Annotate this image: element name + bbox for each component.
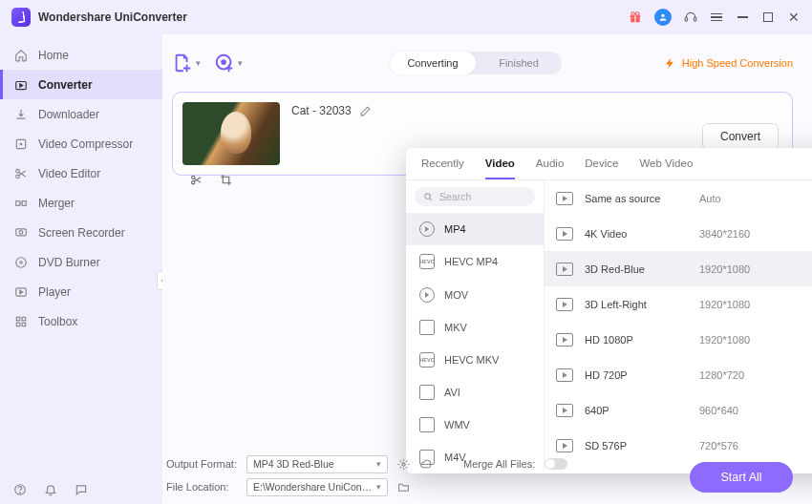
sidebar-item-label: Video Compressor bbox=[38, 137, 133, 151]
format-popup: Recently Video Audio Device Web Video Se… bbox=[406, 148, 812, 473]
preset-item[interactable]: 640P960*640 bbox=[545, 392, 812, 428]
gear-icon[interactable] bbox=[397, 458, 410, 471]
preset-name: SD 576P bbox=[585, 440, 688, 452]
format-hevc-mp4[interactable]: HEVCHEVC MP4 bbox=[406, 245, 544, 278]
svg-point-17 bbox=[19, 261, 21, 262]
sidebar-item-player[interactable]: Player bbox=[0, 277, 162, 306]
svg-point-5 bbox=[661, 14, 664, 17]
app-logo bbox=[11, 8, 31, 27]
output-format-select[interactable]: MP4 3D Red-Blue▾ bbox=[246, 455, 388, 473]
preset-name: Same as source bbox=[585, 193, 688, 204]
add-disc-icon bbox=[214, 52, 235, 74]
play-circle-icon bbox=[419, 221, 435, 237]
sidebar-item-merger[interactable]: Merger bbox=[0, 188, 162, 218]
chevron-down-icon: ▾ bbox=[238, 58, 243, 68]
add-file-button[interactable]: ▾ bbox=[172, 52, 201, 74]
user-avatar[interactable] bbox=[654, 9, 672, 26]
trim-icon[interactable] bbox=[190, 174, 203, 186]
sidebar-item-editor[interactable]: Video Editor bbox=[0, 158, 162, 188]
video-thumbnail[interactable] bbox=[182, 102, 280, 165]
sidebar-item-recorder[interactable]: Screen Recorder bbox=[0, 218, 162, 247]
preset-resolution: 720*576 bbox=[699, 440, 812, 452]
svg-rect-19 bbox=[16, 317, 20, 321]
preset-item[interactable]: 4K Video3840*2160 bbox=[545, 216, 812, 251]
crop-icon[interactable] bbox=[220, 174, 232, 186]
preset-resolution: 3840*2160 bbox=[699, 228, 812, 240]
sidebar-item-label: Downloader bbox=[38, 108, 99, 121]
preset-item[interactable]: HD 720P1280*720 bbox=[545, 357, 812, 392]
video-icon bbox=[556, 404, 573, 417]
close-button[interactable]: ✕ bbox=[787, 10, 801, 24]
sidebar-item-downloader[interactable]: Downloader bbox=[0, 99, 162, 129]
svg-rect-20 bbox=[22, 317, 26, 321]
search-placeholder: Search bbox=[439, 191, 471, 202]
video-icon bbox=[556, 368, 573, 382]
preset-resolution: 960*640 bbox=[699, 405, 812, 416]
gift-icon[interactable] bbox=[629, 10, 642, 24]
sidebar-item-dvd[interactable]: DVD Burner bbox=[0, 247, 162, 277]
chevron-down-icon: ▾ bbox=[376, 459, 381, 469]
support-icon[interactable] bbox=[684, 10, 697, 24]
sidebar-item-compressor[interactable]: Video Compressor bbox=[0, 129, 162, 158]
rename-icon[interactable] bbox=[359, 105, 372, 117]
file-location-select[interactable]: E:\Wondershare UniConverter▾ bbox=[246, 478, 388, 496]
convert-button[interactable]: Convert bbox=[702, 123, 779, 150]
sidebar-item-label: Player bbox=[38, 285, 71, 299]
format-hevc-mkv[interactable]: HEVCHEVC MKV bbox=[406, 344, 544, 376]
sidebar-item-label: Video Editor bbox=[38, 167, 100, 180]
tab-device[interactable]: Device bbox=[585, 148, 618, 179]
sidebar-item-home[interactable]: Home bbox=[0, 40, 162, 70]
disc-icon bbox=[13, 255, 28, 269]
bell-icon[interactable] bbox=[44, 483, 57, 496]
add-dvd-button[interactable]: ▾ bbox=[214, 52, 243, 74]
preset-item[interactable]: Same as sourceAuto bbox=[545, 180, 812, 216]
format-avi[interactable]: AVI bbox=[406, 376, 544, 409]
preset-resolution: 1920*1080 bbox=[699, 299, 812, 310]
menu-icon[interactable] bbox=[710, 10, 723, 24]
tab-recently[interactable]: Recently bbox=[421, 148, 464, 179]
svg-rect-6 bbox=[685, 17, 687, 21]
file-name: Cat - 32033 bbox=[291, 104, 352, 117]
start-all-button[interactable]: Start All bbox=[690, 462, 793, 493]
format-mkv[interactable]: MKV bbox=[406, 311, 544, 344]
sidebar-item-label: Merger bbox=[38, 197, 75, 210]
svg-point-26 bbox=[222, 60, 225, 64]
merge-icon bbox=[13, 196, 28, 210]
svg-rect-14 bbox=[15, 228, 26, 235]
file-location-label: File Location: bbox=[166, 481, 237, 493]
folder-icon[interactable] bbox=[397, 481, 410, 494]
preset-item[interactable]: 3D Red-Blue1920*1080 bbox=[545, 251, 812, 286]
film-icon bbox=[419, 320, 435, 335]
preset-name: 640P bbox=[585, 405, 688, 416]
sidebar-footer bbox=[13, 483, 88, 496]
cloud-icon[interactable] bbox=[419, 458, 433, 471]
video-icon bbox=[556, 439, 573, 452]
minimize-button[interactable] bbox=[736, 10, 749, 24]
format-wmv[interactable]: WMV bbox=[406, 409, 544, 441]
grid-icon bbox=[13, 314, 28, 328]
maximize-button[interactable] bbox=[761, 10, 775, 24]
format-mp4[interactable]: MP4 bbox=[406, 213, 544, 245]
help-icon[interactable] bbox=[13, 483, 27, 496]
high-speed-button[interactable]: High Speed Conversion bbox=[664, 57, 793, 70]
sidebar-item-converter[interactable]: Converter bbox=[0, 70, 162, 99]
sidebar-item-toolbox[interactable]: Toolbox bbox=[0, 306, 162, 336]
preset-name: HD 1080P bbox=[585, 334, 688, 346]
format-preset-list[interactable]: Same as sourceAuto4K Video3840*21603D Re… bbox=[545, 180, 812, 473]
feedback-icon[interactable] bbox=[75, 483, 88, 496]
tab-web-video[interactable]: Web Video bbox=[639, 148, 693, 179]
merge-toggle[interactable] bbox=[545, 458, 567, 470]
tab-converting[interactable]: Converting bbox=[390, 52, 476, 74]
tab-video[interactable]: Video bbox=[485, 148, 515, 179]
hevc-icon: HEVC bbox=[419, 352, 435, 368]
format-mov[interactable]: MOV bbox=[406, 278, 544, 310]
bottom-bar: Output Format: MP4 3D Red-Blue▾ Merge Al… bbox=[162, 452, 793, 498]
tab-finished[interactable]: Finished bbox=[476, 52, 562, 74]
search-input[interactable]: Search bbox=[415, 187, 535, 206]
video-icon bbox=[556, 192, 573, 205]
play-icon bbox=[13, 284, 28, 299]
preset-item[interactable]: 3D Left-Right1920*1080 bbox=[545, 286, 812, 322]
preset-item[interactable]: HD 1080P1920*1080 bbox=[545, 322, 812, 357]
video-icon bbox=[556, 298, 573, 311]
tab-audio[interactable]: Audio bbox=[536, 148, 564, 179]
